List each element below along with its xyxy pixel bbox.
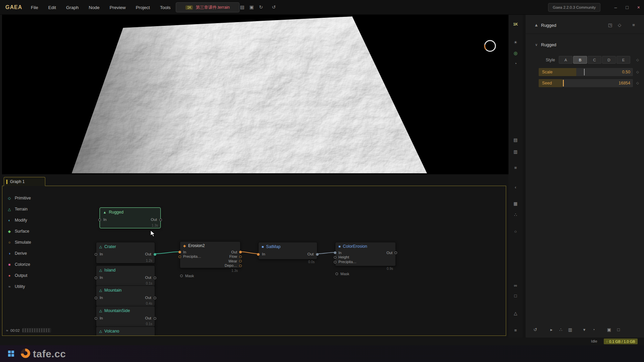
port-out[interactable] (239, 251, 242, 253)
port-flow[interactable] (239, 255, 242, 258)
port-in[interactable] (98, 219, 101, 221)
node-graph-panel[interactable]: ◇Primitive △Terrain ◐Modify ◆Surface ○Si… (2, 186, 506, 336)
minimize-button[interactable]: – (614, 5, 617, 10)
caret-right-icon[interactable]: ▸ (548, 327, 555, 332)
water-drop-icon[interactable]: ○ (508, 229, 523, 234)
graph-tab[interactable]: Graph 1 (4, 177, 45, 186)
terrain-viewport[interactable] (2, 15, 508, 174)
style-b-button[interactable]: B (573, 56, 587, 64)
layers-icon[interactable]: ▤ (508, 137, 523, 142)
port-out[interactable] (394, 251, 397, 254)
start-button[interactable] (8, 351, 14, 357)
menu-graph[interactable]: Graph (66, 5, 79, 10)
node-island[interactable]: △Island In Out 0.1s (96, 265, 155, 286)
caret-down-icon[interactable]: ▾ (581, 327, 588, 332)
style-d-button[interactable]: D (602, 56, 616, 64)
node-satmap[interactable]: ■SatMap In Out 0.0s (258, 242, 317, 259)
expand-icon[interactable]: □ (615, 327, 622, 332)
copy-icon[interactable]: ▣ (248, 4, 255, 10)
erosion2-mask-port[interactable]: Mask (180, 274, 194, 278)
build-icon[interactable]: ↻ (258, 4, 264, 10)
menu-edit[interactable]: Edit (48, 5, 56, 10)
style-reset-icon[interactable]: ◇ (636, 58, 639, 62)
link-icon[interactable]: ∞ (508, 283, 523, 288)
port-out[interactable] (154, 253, 156, 256)
category-utility[interactable]: ≈Utility (7, 283, 31, 290)
seed-handle[interactable] (563, 80, 564, 86)
colorerosion-mask-port[interactable]: Mask (335, 272, 349, 276)
nodes-icon[interactable]: ∴ (557, 327, 565, 332)
clock-icon[interactable]: ◔ (508, 61, 523, 66)
category-derive[interactable]: ◑Derive (7, 250, 31, 257)
node-mountainside[interactable]: △MountainSide In Out 0.1s (96, 306, 155, 327)
scale-slider[interactable]: Scale 0.50 (539, 68, 633, 76)
flask-icon[interactable]: △ (508, 311, 523, 316)
port-in[interactable] (95, 317, 97, 320)
port-out[interactable] (159, 219, 162, 221)
timeline-scrubber[interactable] (22, 328, 51, 333)
port-in[interactable] (334, 251, 336, 254)
lighting-icon[interactable]: ☀ (508, 40, 523, 45)
category-simulate[interactable]: ○Simulate (7, 239, 31, 246)
menu-node[interactable]: Node (89, 5, 100, 10)
target-icon[interactable]: ◎ (508, 51, 523, 56)
snapshot-icon[interactable]: ▦ (508, 201, 523, 206)
seed-reset-icon[interactable]: ◇ (636, 81, 639, 85)
compass-widget[interactable] (483, 39, 497, 53)
style-e-button[interactable]: E (616, 56, 630, 64)
menu-tools[interactable]: Tools (160, 5, 171, 10)
category-modify[interactable]: ◐Modify (7, 217, 31, 224)
menu-preview[interactable]: Preview (110, 5, 126, 10)
port-mask[interactable] (180, 275, 183, 277)
columns-icon[interactable]: ▥ (567, 327, 574, 332)
undo-icon[interactable]: ↺ (270, 4, 277, 10)
style-c-button[interactable]: C (588, 56, 601, 64)
scale-reset-icon[interactable]: ◇ (636, 70, 639, 74)
viewport-menu-icon[interactable]: ≡ (508, 165, 523, 170)
seed-slider[interactable]: Seed 16854 (539, 79, 633, 87)
popout-icon[interactable]: ◳ (607, 22, 613, 27)
ruler-icon[interactable]: ▥ (508, 149, 523, 154)
port-in[interactable] (257, 253, 260, 256)
node-colorerosion[interactable]: ■ColorErosion InOut Height Precipita… 0.… (335, 242, 396, 266)
loop-icon[interactable]: ↺ (532, 327, 539, 332)
tools-icon[interactable]: ◇ (616, 22, 623, 27)
rugged-section-header[interactable]: ∨ Rugged (535, 42, 556, 47)
port-out[interactable] (154, 297, 156, 299)
port-in[interactable] (95, 253, 97, 256)
port-out[interactable] (154, 317, 156, 320)
port-height[interactable] (334, 256, 336, 259)
save-icon[interactable]: ▤ (239, 4, 246, 10)
port-out[interactable] (154, 277, 156, 279)
grid-icon[interactable]: ▣ (605, 327, 613, 332)
port-in[interactable] (178, 251, 181, 253)
port-deposits[interactable] (239, 264, 242, 267)
package-icon[interactable]: □ (508, 293, 523, 298)
node-rugged[interactable]: ▲Rugged In Out 1.3s (100, 207, 161, 228)
port-precipitation[interactable] (334, 261, 336, 263)
collapse-panel-icon[interactable]: ‹ (508, 185, 523, 190)
menu-project[interactable]: Project (136, 5, 150, 10)
node-volcano[interactable]: △Volcano In Out (96, 326, 155, 336)
category-colorize[interactable]: ■Colorize (7, 261, 31, 268)
port-mask[interactable] (335, 273, 338, 275)
close-button[interactable]: × (637, 5, 640, 10)
scale-handle[interactable] (584, 69, 585, 75)
node-crater[interactable]: △Crater In Out 1.2s (96, 242, 155, 263)
category-surface[interactable]: ◆Surface (7, 228, 31, 235)
strip-menu-icon[interactable]: ≡ (508, 328, 523, 333)
style-a-button[interactable]: A (559, 56, 573, 64)
node-erosion2[interactable]: ◆Erosion2 InOut Precipita…Flow Wear Depo… (180, 241, 240, 268)
node-graph-icon[interactable]: ∴ (508, 212, 523, 217)
node-mountain[interactable]: △Mountain In Out 0.4s (96, 286, 155, 306)
category-output[interactable]: ●Output (7, 272, 31, 279)
port-in[interactable] (95, 277, 97, 279)
panel-menu-icon[interactable]: ≡ (630, 22, 637, 27)
menu-file[interactable]: File (31, 5, 38, 10)
maximize-button[interactable]: □ (626, 5, 628, 10)
port-precipitation[interactable] (178, 255, 181, 258)
port-out[interactable] (316, 253, 319, 256)
port-in[interactable] (95, 297, 97, 299)
category-primitive[interactable]: ◇Primitive (7, 195, 31, 201)
version-button[interactable]: Gaea 2.2.0.3 Community (548, 3, 600, 12)
